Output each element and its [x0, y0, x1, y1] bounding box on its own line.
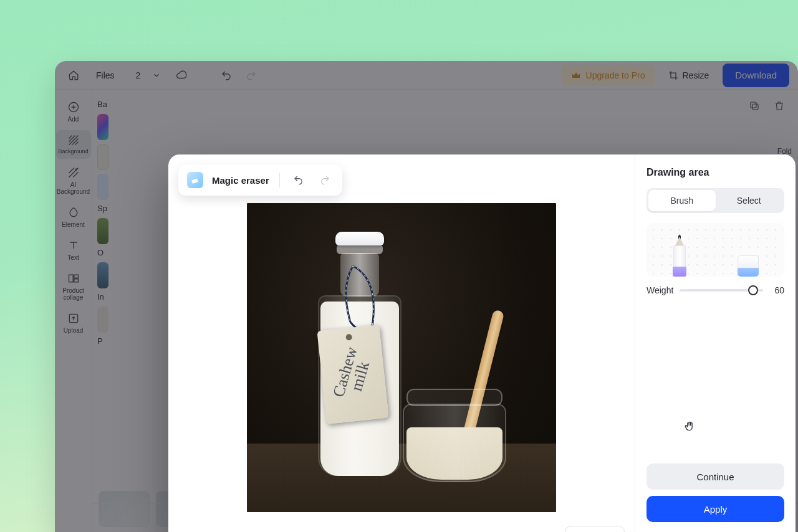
- tool-chip: Magic eraser: [178, 164, 342, 196]
- weight-slider[interactable]: [680, 289, 763, 292]
- continue-label: Continue: [696, 472, 734, 482]
- seg-select[interactable]: Select: [716, 190, 783, 211]
- weight-row: Weight 60: [647, 285, 784, 295]
- weight-value: 60: [769, 285, 784, 295]
- modal-undo-icon[interactable]: [290, 171, 307, 189]
- slider-thumb[interactable]: [748, 285, 758, 295]
- working-image[interactable]: Cashew milk: [247, 203, 556, 512]
- tool-name: Magic eraser: [212, 175, 269, 186]
- tool-picker: [647, 223, 784, 277]
- compare-button[interactable]: Compare: [565, 526, 625, 532]
- separator: [279, 173, 280, 188]
- eraser-tool[interactable]: [736, 255, 760, 277]
- brush-tool[interactable]: [671, 237, 688, 277]
- apply-label: Apply: [704, 504, 728, 515]
- modal-canvas-area: Magic eraser: [168, 154, 635, 532]
- svg-rect-16: [191, 178, 198, 184]
- apply-button[interactable]: Apply: [647, 496, 784, 522]
- modal-side-panel: Drawing area Brush Select Weight 60 Cont…: [635, 154, 796, 532]
- seg-brush[interactable]: Brush: [648, 190, 716, 211]
- app-window: Files 2 Upgrade to Pro Resize Download: [55, 61, 798, 532]
- panel-title: Drawing area: [647, 167, 784, 178]
- tag-text: Cashew milk: [331, 346, 375, 404]
- product-tag: Cashew milk: [317, 325, 388, 424]
- continue-button[interactable]: Continue: [647, 463, 784, 490]
- magic-eraser-modal: Magic eraser: [168, 154, 796, 532]
- eraser-icon: [187, 172, 203, 188]
- mode-segmented: Brush Select: [647, 188, 784, 213]
- hand-cursor-icon: [683, 420, 696, 432]
- modal-redo-icon[interactable]: [316, 171, 334, 189]
- weight-label: Weight: [647, 285, 673, 295]
